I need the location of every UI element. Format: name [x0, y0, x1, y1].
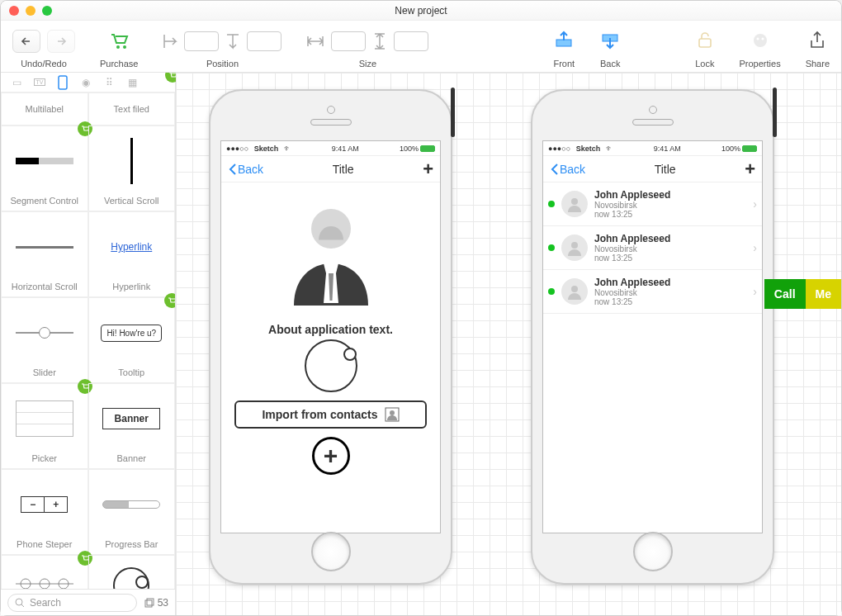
contact-icon — [385, 407, 400, 422]
width-input[interactable] — [331, 31, 366, 51]
height-input[interactable] — [394, 31, 428, 51]
svg-point-7 — [761, 37, 764, 40]
import-contacts-button[interactable]: Import from contacts — [234, 400, 427, 429]
y-position-icon — [225, 31, 240, 51]
undo-redo-group: Undo/Redo — [12, 27, 75, 69]
component-label: Tooltip — [118, 367, 144, 377]
profile-avatar[interactable] — [265, 187, 397, 320]
component-label: Banner — [117, 453, 146, 463]
properties-label: Properties — [740, 59, 781, 69]
tv-tab[interactable]: TV — [31, 76, 49, 89]
toolbar: Undo/Redo Purchase Position — [1, 21, 841, 73]
svg-point-22 — [571, 286, 578, 292]
call-button[interactable]: Call — [764, 279, 806, 309]
window-title: New project — [395, 5, 447, 17]
svg-rect-8 — [59, 76, 67, 89]
add-button[interactable]: + — [312, 437, 350, 475]
undo-button[interactable] — [12, 30, 40, 53]
component-label: Multilabel — [26, 104, 64, 114]
svg-rect-16 — [147, 599, 154, 605]
component-horizontal-scroll[interactable]: Horizontal Scroll — [1, 211, 88, 297]
component-segment-control[interactable]: Segment Control — [1, 126, 88, 211]
properties-button[interactable] — [750, 31, 770, 53]
canvas[interactable]: ●●●○○ Sketch ᯤ 9:41 AM 100% Back Title + — [176, 73, 841, 615]
purchase-label: Purchase — [100, 59, 138, 69]
size-group: Size — [306, 27, 428, 69]
screen-1: ●●●○○ Sketch ᯤ 9:41 AM 100% Back Title + — [220, 140, 441, 533]
component-label: Segment Control — [10, 196, 78, 206]
component-text-field[interactable]: Text filed — [88, 92, 176, 126]
social-tab[interactable]: ⠿ — [100, 76, 118, 89]
component-phone-stepper[interactable]: −+ Phone Steper — [1, 469, 88, 555]
component-tooltip[interactable]: Hi! How're u? Tooltip — [88, 297, 176, 383]
svg-point-19 — [390, 410, 395, 415]
redo-button[interactable] — [47, 30, 75, 53]
width-icon — [306, 34, 324, 49]
component-label: Progress Bar — [105, 539, 158, 549]
contact-row[interactable]: John Appleseed Novosibirsk now 13:25 › — [543, 270, 762, 314]
close-window-button[interactable] — [9, 6, 19, 16]
bring-front-button[interactable] — [553, 30, 575, 54]
nav-title: Title — [333, 163, 354, 176]
component-picker[interactable]: Picker — [1, 383, 88, 469]
component-label: Horizontal Scroll — [12, 282, 78, 291]
search-input[interactable]: Search — [7, 594, 137, 612]
component-multilabel[interactable]: Multilabel — [1, 92, 88, 126]
image-tab[interactable]: ▦ — [123, 76, 141, 89]
undo-redo-label: Undo/Redo — [21, 59, 67, 69]
stack-icon — [144, 597, 155, 609]
back-group: Back — [599, 27, 621, 69]
minimize-window-button[interactable] — [26, 6, 35, 16]
dial-control[interactable] — [305, 339, 357, 392]
component-label: Hyperlink — [112, 282, 150, 291]
contact-row[interactable]: John Appleseed Novosibirsk now 13:25 › — [543, 182, 762, 226]
titlebar: New project — [1, 1, 841, 21]
floating-actions: Call Me — [764, 279, 841, 309]
component-progress-bar[interactable]: Progress Bar — [88, 469, 176, 555]
component-slider[interactable]: Slider — [1, 297, 88, 383]
contact-row[interactable]: John Appleseed Novosibirsk now 13:25 › — [543, 226, 762, 270]
component-dial[interactable] — [88, 555, 176, 589]
phone-icon — [58, 75, 68, 90]
app-window: New project Undo/Redo Purchase — [0, 0, 842, 616]
presence-dot — [548, 288, 555, 295]
send-back-button[interactable] — [599, 30, 621, 54]
device-mockup-2[interactable]: ●●●○○ Sketch ᯤ 9:41 AM 100% Back Title + — [531, 89, 774, 585]
contact-city: Novosibirsk — [594, 244, 746, 254]
properties-group: Properties — [740, 27, 781, 69]
back-button[interactable]: Back — [550, 163, 585, 176]
device-mockup-1[interactable]: ●●●○○ Sketch ᯤ 9:41 AM 100% Back Title + — [209, 89, 452, 585]
me-button[interactable]: Me — [806, 279, 841, 309]
share-button[interactable] — [808, 30, 826, 54]
hyperlink-sample: Hyperlink — [111, 241, 152, 253]
y-position-input[interactable] — [247, 31, 281, 51]
component-vertical-scroll[interactable]: Vertical Scroll — [88, 126, 176, 211]
purchase-button[interactable] — [108, 30, 130, 54]
lock-button[interactable] — [696, 31, 714, 53]
chevron-left-icon — [550, 163, 560, 176]
component-banner[interactable]: Banner Banner — [88, 383, 176, 469]
svg-point-13 — [16, 599, 22, 605]
svg-rect-4 — [699, 39, 711, 47]
phone-tab[interactable] — [54, 76, 72, 89]
chevron-left-icon — [228, 163, 238, 176]
paid-badge — [164, 293, 175, 308]
android-tab[interactable]: ◉ — [77, 76, 95, 89]
person-icon — [269, 192, 393, 315]
component-hyperlink[interactable]: Hyperlink Hyperlink — [88, 211, 176, 297]
chevron-right-icon: › — [753, 197, 757, 211]
contact-time: now 13:25 — [594, 210, 746, 219]
desktop-tab[interactable]: ▭ — [7, 76, 26, 89]
position-label: Position — [206, 59, 239, 69]
component-sidebar: ▭ TV ◉ ⠿ ▦ Multilabel Text filed — [1, 73, 176, 615]
status-bar: ●●●○○ Sketch ᯤ 9:41 AM 100% — [221, 141, 440, 156]
component-grid[interactable]: Multilabel Text filed Segment Control Ve… — [1, 92, 175, 589]
height-icon — [372, 32, 387, 50]
x-position-input[interactable] — [184, 31, 219, 51]
maximize-window-button[interactable] — [42, 6, 52, 16]
back-button[interactable]: Back — [228, 163, 263, 176]
component-label: Slider — [33, 367, 56, 377]
nav-add-button[interactable]: + — [745, 159, 755, 180]
component-timeline[interactable] — [1, 555, 88, 589]
nav-add-button[interactable]: + — [423, 159, 433, 180]
